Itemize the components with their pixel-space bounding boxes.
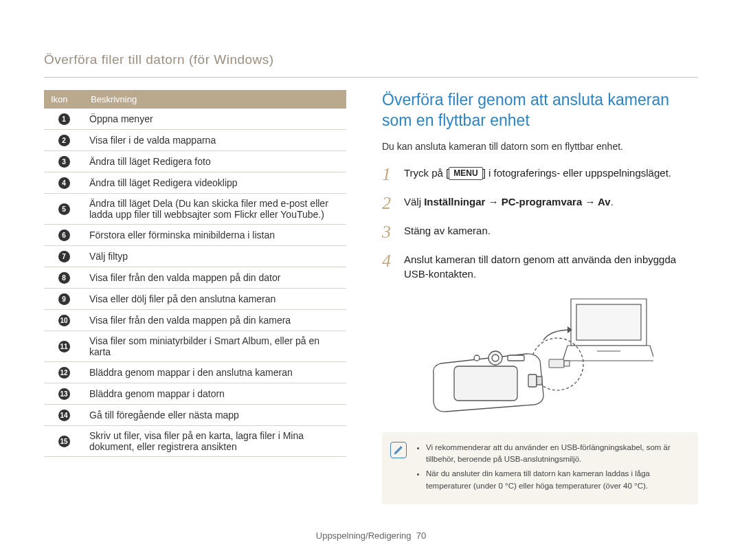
step-text-bold: Inställningar → PC-programvara → Av bbox=[424, 196, 610, 208]
pencil-icon bbox=[394, 445, 403, 455]
row-desc: Välj filtyp bbox=[84, 246, 346, 267]
row-desc: Visa filer från den valda mappen på din … bbox=[84, 310, 346, 331]
row-number-badge: 9 bbox=[58, 293, 70, 305]
row-desc: Bläddra genom mappar i datorn bbox=[84, 383, 346, 405]
step-text-pre: Välj bbox=[404, 196, 424, 208]
svg-rect-4 bbox=[564, 361, 570, 366]
table-row: 2Visa filer i de valda mapparna bbox=[44, 130, 346, 151]
content-columns: Ikon Beskrivning 1Öppna menyer 2Visa fil… bbox=[44, 90, 698, 504]
table-row: 10Visa filer från den valda mappen på di… bbox=[44, 310, 346, 331]
page-footer: Uppspelning/Redigering 70 bbox=[0, 530, 742, 541]
row-desc: Skriv ut filer, visa filer på en karta, … bbox=[84, 426, 346, 457]
row-desc: Visa filer från den valda mappen på din … bbox=[84, 267, 346, 289]
row-number-badge: 12 bbox=[58, 367, 70, 379]
row-number-badge: 15 bbox=[58, 436, 70, 447]
row-number-badge: 4 bbox=[58, 177, 70, 189]
step-text-post: ] i fotograferings- eller uppspelningslä… bbox=[483, 167, 671, 179]
row-number-badge: 2 bbox=[58, 135, 70, 146]
svg-rect-10 bbox=[528, 374, 537, 387]
svg-rect-9 bbox=[508, 355, 524, 361]
footer-page-number: 70 bbox=[416, 530, 426, 541]
row-desc: Bläddra genom mappar i den anslutna kame… bbox=[84, 362, 346, 383]
table-row: 11Visa filer som miniatyrbilder i Smart … bbox=[44, 331, 346, 362]
left-column: Ikon Beskrivning 1Öppna menyer 2Visa fil… bbox=[44, 90, 346, 504]
row-desc: Gå till föregående eller nästa mapp bbox=[84, 405, 346, 426]
row-desc: Öppna menyer bbox=[84, 109, 346, 130]
connection-illustration bbox=[382, 292, 698, 416]
step-item: 4 Anslut kameran till datorn genom att a… bbox=[382, 252, 698, 281]
right-column: Överföra filer genom att ansluta kameran… bbox=[382, 90, 698, 504]
row-number-badge: 7 bbox=[58, 251, 70, 262]
breadcrumb: Överföra filer till datorn (för Windows) bbox=[44, 52, 698, 67]
divider bbox=[44, 77, 698, 78]
row-desc: Ändra till läget Redigera videoklipp bbox=[84, 172, 346, 194]
row-number-badge: 14 bbox=[58, 410, 70, 421]
row-number-badge: 8 bbox=[58, 272, 70, 284]
row-number-badge: 6 bbox=[58, 229, 70, 241]
row-desc: Visa filer i de valda mapparna bbox=[84, 130, 346, 151]
table-row: 12Bläddra genom mappar i den anslutna ka… bbox=[44, 362, 346, 383]
section-title: Överföra filer genom att ansluta kameran… bbox=[382, 90, 698, 131]
table-row: 4Ändra till läget Redigera videoklipp bbox=[44, 172, 346, 194]
row-number-badge: 3 bbox=[58, 156, 70, 168]
row-desc: Ändra till läget Redigera foto bbox=[84, 151, 346, 172]
table-row: 3Ändra till läget Redigera foto bbox=[44, 151, 346, 172]
footer-label: Uppspelning/Redigering bbox=[316, 530, 412, 541]
table-row: 7Välj filtyp bbox=[44, 246, 346, 267]
row-number-badge: 5 bbox=[58, 203, 70, 215]
note-bullet: När du ansluter din kamera till datorn k… bbox=[426, 468, 687, 492]
icon-table: Ikon Beskrivning 1Öppna menyer 2Visa fil… bbox=[44, 90, 346, 457]
table-row: 8Visa filer från den valda mappen på din… bbox=[44, 267, 346, 289]
table-row: 1Öppna menyer bbox=[44, 109, 346, 130]
table-row: 15Skriv ut filer, visa filer på en karta… bbox=[44, 426, 346, 457]
th-icon: Ikon bbox=[44, 90, 84, 109]
step-item: 2 Välj Inställningar → PC-programvara → … bbox=[382, 194, 698, 212]
step-number: 4 bbox=[382, 252, 396, 281]
row-number-badge: 11 bbox=[58, 341, 70, 352]
step-text: Välj Inställningar → PC-programvara → Av… bbox=[404, 194, 614, 212]
svg-rect-3 bbox=[549, 359, 564, 368]
table-row: 6Förstora eller förminska minibilderna i… bbox=[44, 225, 346, 246]
step-number: 1 bbox=[382, 166, 396, 183]
note-bullet: Vi rekommenderar att du använder en USB-… bbox=[426, 442, 687, 466]
page: Överföra filer till datorn (för Windows)… bbox=[0, 0, 742, 560]
step-number: 3 bbox=[382, 223, 396, 241]
step-text: Tryck på [MENU] i fotograferings- eller … bbox=[404, 166, 671, 183]
step-text: Anslut kameran till datorn genom att anv… bbox=[404, 252, 698, 281]
svg-rect-5 bbox=[454, 366, 517, 401]
row-number-badge: 13 bbox=[58, 388, 70, 400]
row-number-badge: 1 bbox=[58, 113, 70, 125]
step-text-pre: Tryck på [ bbox=[404, 167, 449, 179]
step-text: Stäng av kameran. bbox=[404, 223, 491, 241]
step-number: 2 bbox=[382, 194, 396, 212]
row-desc: Ändra till läget Dela (Du kan skicka fil… bbox=[84, 194, 346, 225]
menu-button-label: MENU bbox=[449, 167, 482, 180]
table-row: 9Visa eller dölj filer på den anslutna k… bbox=[44, 289, 346, 310]
step-item: 1 Tryck på [MENU] i fotograferings- elle… bbox=[382, 166, 698, 183]
th-desc: Beskrivning bbox=[84, 90, 346, 109]
row-number-badge: 10 bbox=[58, 315, 70, 326]
table-row: 5Ändra till läget Dela (Du kan skicka fi… bbox=[44, 194, 346, 225]
row-desc: Visa eller dölj filer på den anslutna ka… bbox=[84, 289, 346, 310]
row-desc: Förstora eller förminska minibilderna i … bbox=[84, 225, 346, 246]
svg-rect-11 bbox=[537, 377, 542, 385]
svg-point-7 bbox=[492, 355, 499, 361]
note-box: Vi rekommenderar att du använder en USB-… bbox=[382, 432, 698, 504]
step-item: 3 Stäng av kameran. bbox=[382, 223, 698, 241]
svg-point-8 bbox=[474, 355, 480, 361]
section-intro: Du kan ansluta kameran till datorn som e… bbox=[382, 141, 698, 152]
table-row: 13Bläddra genom mappar i datorn bbox=[44, 383, 346, 405]
note-icon bbox=[390, 442, 407, 458]
row-desc: Visa filer som miniatyrbilder i Smart Al… bbox=[84, 331, 346, 362]
camera-laptop-illustration-icon bbox=[427, 292, 653, 416]
svg-rect-0 bbox=[576, 304, 641, 340]
step-text-post: . bbox=[611, 196, 614, 208]
steps-list: 1 Tryck på [MENU] i fotograferings- elle… bbox=[382, 166, 698, 281]
table-row: 14Gå till föregående eller nästa mapp bbox=[44, 405, 346, 426]
